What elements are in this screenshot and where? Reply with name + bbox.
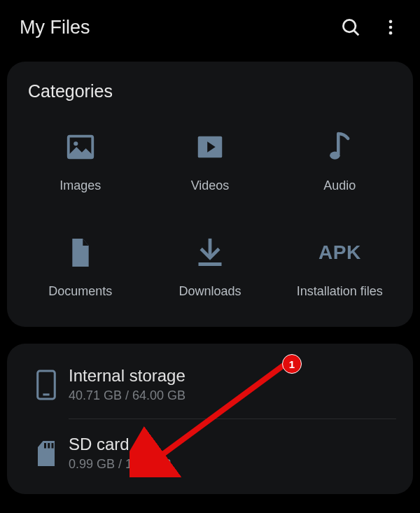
- annotation-badge: 1: [282, 354, 302, 374]
- category-label: Images: [59, 178, 101, 193]
- category-downloads[interactable]: Downloads: [148, 234, 272, 299]
- svg-point-0: [343, 20, 356, 32]
- storage-text: SD card 0.99 GB / 1.86 GB: [69, 435, 396, 472]
- category-documents[interactable]: Documents: [18, 234, 142, 299]
- category-label: Audio: [323, 178, 356, 193]
- app-header: My Files: [0, 0, 420, 55]
- storage-subtitle: 40.71 GB / 64.00 GB: [69, 388, 396, 403]
- categories-title: Categories: [18, 81, 402, 101]
- storage-title: Internal storage: [69, 366, 396, 386]
- storage-sdcard[interactable]: SD card 0.99 GB / 1.86 GB: [7, 419, 413, 487]
- header-actions: [340, 17, 400, 38]
- download-icon: [195, 234, 225, 272]
- video-icon: [194, 128, 226, 166]
- storage-subtitle: 0.99 GB / 1.86 GB: [69, 457, 396, 472]
- category-label: Videos: [191, 178, 230, 193]
- sdcard-icon: [24, 439, 69, 468]
- category-videos[interactable]: Videos: [148, 128, 272, 193]
- page-title: My Files: [20, 17, 340, 38]
- image-icon: [64, 128, 97, 166]
- storage-internal[interactable]: Internal storage 40.71 GB / 64.00 GB: [7, 351, 413, 419]
- more-options-button[interactable]: [381, 17, 400, 37]
- phone-icon: [24, 369, 69, 401]
- svg-rect-15: [52, 443, 54, 449]
- storage-panel: Internal storage 40.71 GB / 64.00 GB SD …: [7, 344, 413, 494]
- svg-point-4: [389, 31, 393, 35]
- categories-panel: Categories Images: [7, 62, 413, 327]
- svg-rect-13: [44, 443, 46, 449]
- document-icon: [66, 234, 94, 272]
- category-images[interactable]: Images: [18, 128, 142, 193]
- audio-icon: [325, 128, 354, 166]
- svg-point-8: [330, 152, 340, 160]
- category-installation-files[interactable]: APK Installation files: [278, 234, 402, 299]
- category-label: Documents: [48, 284, 112, 299]
- svg-point-6: [74, 141, 78, 146]
- categories-grid: Images Videos: [18, 128, 402, 299]
- svg-line-1: [354, 31, 359, 36]
- category-audio[interactable]: Audio: [278, 128, 402, 193]
- svg-point-3: [389, 26, 393, 29]
- svg-point-2: [389, 20, 393, 24]
- more-vertical-icon: [381, 17, 400, 37]
- category-label: Downloads: [178, 284, 241, 299]
- category-label: Installation files: [297, 284, 383, 299]
- svg-rect-14: [48, 443, 50, 449]
- content-area: Categories Images: [0, 55, 420, 501]
- search-button[interactable]: [340, 17, 361, 38]
- apk-icon: APK: [318, 234, 361, 272]
- search-icon: [340, 17, 361, 38]
- storage-title: SD card: [69, 435, 396, 454]
- storage-text: Internal storage 40.71 GB / 64.00 GB: [69, 366, 396, 403]
